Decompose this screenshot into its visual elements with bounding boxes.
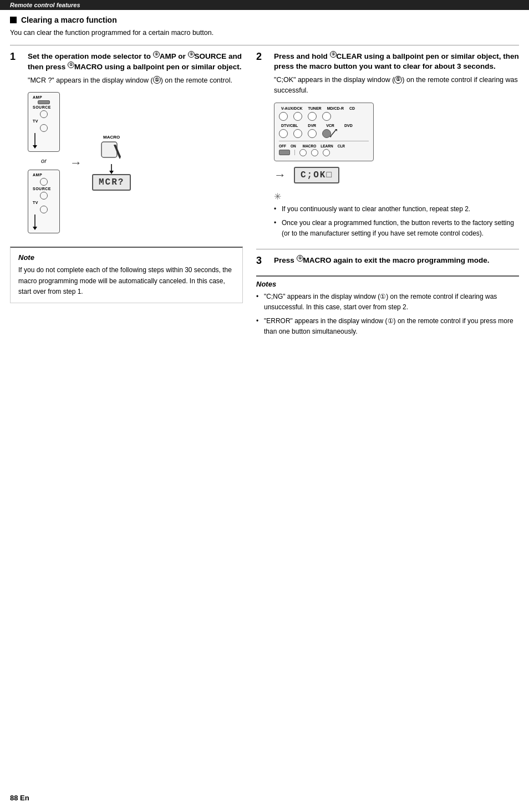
svg-marker-3 (33, 227, 37, 230)
macro-pen-icon (100, 141, 123, 160)
notes-section: Notes "C;NG" appears in the display wind… (256, 275, 519, 338)
arrow-right-icon: → (70, 156, 82, 170)
page-number: 88 (10, 794, 18, 802)
tip-item-1: If you continuously want to clear anothe… (274, 204, 519, 215)
btn-tuner (293, 112, 302, 121)
two-col-layout: 1 Set the operation mode selector to ①AM… (10, 51, 519, 341)
btn-clr (323, 149, 330, 156)
arrow-down-icon (33, 133, 37, 149)
remote-illustration-left: AMP SOURCE TV (28, 92, 243, 233)
arrow-down-small-icon (109, 164, 114, 174)
step2-number: 2 (256, 51, 268, 242)
remote-unit-1: AMP SOURCE TV (28, 92, 60, 152)
note-item-1: "C;NG" appears in the display window (①)… (256, 292, 519, 313)
macro-btn-label: MACRO (103, 135, 120, 140)
label-off: OFF (279, 144, 286, 148)
tip-section: ✳ If you continuously want to clear anot… (274, 191, 519, 239)
step1-number: 1 (10, 51, 22, 239)
arrow-down-icon-2 (33, 215, 37, 230)
svg-marker-1 (33, 145, 37, 149)
svg-line-10 (330, 130, 336, 136)
circ-icon-clear: ① (330, 51, 337, 58)
page-footer: 88 En (10, 794, 29, 802)
circ-icon-macro1: ① (68, 62, 74, 68)
header-bar: Remote control features (0, 0, 529, 10)
btn-dvd (322, 129, 331, 138)
circled-q-icon2: ① (394, 76, 402, 84)
tv-btn (40, 124, 48, 132)
step3-content: Press ①MACRO again to exit the macro pro… (274, 255, 519, 268)
rtop-circles-row2 (279, 129, 331, 138)
btn-cd (322, 112, 331, 121)
step2-block: 2 Press and hold ①CLEAR using a ballpoin… (256, 51, 519, 242)
step3-block: 3 Press ①MACRO again to exit the macro p… (256, 255, 519, 268)
pen-cursor-icon (329, 129, 338, 137)
page-locale: En (20, 794, 29, 802)
step2-lcd-row: → C;OK□ (274, 167, 519, 183)
label-clr: CLR (338, 144, 345, 148)
label-learn: LEARN (321, 144, 333, 148)
btn-dvr (293, 129, 302, 138)
step1-block: 1 Set the operation mode selector to ①AM… (10, 51, 243, 239)
circled-q-icon1: ① (153, 76, 161, 84)
macro-flow: MCR? (92, 164, 131, 191)
step2-content: Press and hold ①CLEAR using a ballpoint … (274, 51, 519, 242)
source-btn (40, 110, 48, 118)
section-desc: You can clear the function programmed fo… (10, 28, 519, 38)
tip-item-2: Once you clear a programmed function, th… (274, 218, 519, 239)
rtop-bottom-btns (279, 149, 345, 156)
amp-btn-2 (40, 178, 48, 186)
rtop-bottom: OFF ON MACRO LEARN CLR (279, 144, 345, 156)
step1-title: Set the operation mode selector to ①AMP … (28, 51, 243, 73)
lcd-display-right: C;OK□ (294, 167, 339, 183)
square-bullet-icon (10, 17, 17, 23)
source-btn-2 (40, 192, 48, 200)
btn-mdcdr (308, 112, 317, 121)
note-box: Note If you do not complete each of the … (10, 247, 243, 303)
label-dvd: DVD (344, 124, 353, 127)
note-title: Note (18, 253, 235, 262)
tv-label: TV (33, 119, 38, 123)
lcd-display-left: MCR? (92, 174, 131, 191)
tip-list: If you continuously want to clear anothe… (274, 204, 519, 239)
remote-body-left: AMP SOURCE TV (28, 92, 60, 233)
rtop-circles-row1 (279, 112, 331, 121)
label-mdcdr: MD/CD-R (327, 106, 344, 110)
step3-title: Press ①MACRO again to exit the macro pro… (274, 255, 519, 265)
macro-btn-wrapper (100, 141, 123, 162)
label-vauxdck: V-AUX/DCK (281, 106, 303, 110)
remote-top-panel: V-AUX/DCK TUNER MD/CD-R CD (274, 103, 374, 161)
step3-number: 3 (256, 255, 268, 268)
label-cd: CD (349, 106, 355, 110)
source-label: SOURCE (33, 105, 51, 109)
off-on-switch (279, 150, 290, 155)
or-label: or (28, 157, 60, 164)
step1-body: "MCR ?" appears in the display window (①… (28, 75, 243, 86)
label-tuner: TUNER (308, 106, 322, 110)
page: Remote control features Clearing a macro… (0, 0, 529, 812)
label-dtvcbl: DTV/CBL (281, 124, 298, 127)
step1-content: Set the operation mode selector to ①AMP … (28, 51, 243, 239)
step2-title: Press and hold ①CLEAR using a ballpoint … (274, 51, 519, 72)
remote-top-illustration: V-AUX/DCK TUNER MD/CD-R CD (274, 103, 519, 183)
tv-btn-2 (40, 206, 48, 213)
btn-vcr (308, 129, 317, 138)
amp-label-2: AMP (33, 173, 42, 177)
tip-sun-icon: ✳ (274, 191, 519, 202)
svg-marker-7 (119, 157, 121, 159)
label-macro: MACRO (303, 144, 317, 148)
label-vcr: VCR (326, 124, 334, 127)
circ-icon-macro3: ① (297, 255, 303, 262)
note-item-2: "ERROR" appears in the display window (①… (256, 316, 519, 337)
rtop-bottom-labels: OFF ON MACRO LEARN CLR (279, 144, 345, 148)
step3-divider (256, 249, 519, 249)
col-right: 2 Press and hold ①CLEAR using a ballpoin… (256, 51, 519, 341)
content: Clearing a macro function You can clear … (0, 16, 529, 351)
remote-unit-2: AMP SOURCE TV (28, 170, 60, 233)
step2-body: "C;OK" appears in the display window (①)… (274, 75, 519, 96)
btn-learn (311, 149, 318, 156)
btn-dtvcbl (279, 129, 288, 138)
rtop-labels-row1: V-AUX/DCK TUNER MD/CD-R CD (279, 106, 355, 110)
svg-rect-4 (101, 142, 117, 157)
macro-area: MACRO (92, 135, 131, 191)
